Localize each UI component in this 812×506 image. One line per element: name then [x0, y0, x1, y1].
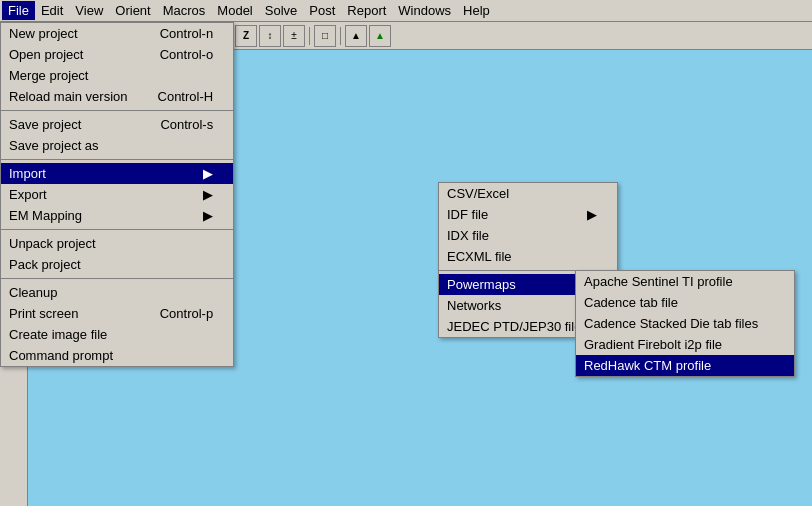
toolbar-btn-8[interactable]: ↕: [259, 25, 281, 47]
menu-merge-project[interactable]: Merge project: [1, 65, 233, 86]
menubar-help[interactable]: Help: [457, 1, 496, 20]
import-ecxml-file[interactable]: ECXML file: [439, 246, 617, 267]
menu-create-image[interactable]: Create image file: [1, 324, 233, 345]
menubar: File Edit View Orient Macros Model Solve…: [0, 0, 812, 22]
menubar-post[interactable]: Post: [303, 1, 341, 20]
powermaps-gradient-firebolt[interactable]: Gradient Firebolt i2p file: [576, 334, 794, 355]
menu-import[interactable]: Import ▶: [1, 163, 233, 184]
menu-command-prompt[interactable]: Command prompt: [1, 345, 233, 366]
menubar-macros[interactable]: Macros: [157, 1, 212, 20]
menu-reload-main[interactable]: Reload main version Control-H: [1, 86, 233, 107]
menu-open-project[interactable]: Open project Control-o: [1, 44, 233, 65]
menubar-view[interactable]: View: [69, 1, 109, 20]
menu-export[interactable]: Export ▶: [1, 184, 233, 205]
menu-save-project-as[interactable]: Save project as: [1, 135, 233, 156]
toolbar-btn-12[interactable]: ▲: [369, 25, 391, 47]
menu-save-project[interactable]: Save project Control-s: [1, 114, 233, 135]
menubar-report[interactable]: Report: [341, 1, 392, 20]
menubar-edit[interactable]: Edit: [35, 1, 69, 20]
toolbar-btn-z[interactable]: Z: [235, 25, 257, 47]
toolbar-separator-3: [309, 27, 310, 45]
import-csv-excel[interactable]: CSV/Excel: [439, 183, 617, 204]
menubar-model[interactable]: Model: [211, 1, 258, 20]
menu-sep-3: [1, 229, 233, 230]
toolbar-separator-4: [340, 27, 341, 45]
powermaps-submenu: Apache Sentinel TI profile Cadence tab f…: [575, 270, 795, 377]
powermaps-cadence-tab[interactable]: Cadence tab file: [576, 292, 794, 313]
import-idf-file[interactable]: IDF file ▶: [439, 204, 617, 225]
toolbar-btn-11[interactable]: ▲: [345, 25, 367, 47]
powermaps-redhawk-ctm[interactable]: RedHawk CTM profile: [576, 355, 794, 376]
file-menu: New project Control-n Open project Contr…: [0, 22, 234, 367]
menu-unpack-project[interactable]: Unpack project: [1, 233, 233, 254]
menu-pack-project[interactable]: Pack project: [1, 254, 233, 275]
menu-em-mapping[interactable]: EM Mapping ▶: [1, 205, 233, 226]
menubar-orient[interactable]: Orient: [109, 1, 156, 20]
menu-cleanup[interactable]: Cleanup: [1, 282, 233, 303]
menubar-file[interactable]: File: [2, 1, 35, 20]
menubar-solve[interactable]: Solve: [259, 1, 304, 20]
import-idx-file[interactable]: IDX file: [439, 225, 617, 246]
powermaps-cadence-stacked[interactable]: Cadence Stacked Die tab files: [576, 313, 794, 334]
menu-sep-1: [1, 110, 233, 111]
toolbar-btn-9[interactable]: ±: [283, 25, 305, 47]
menu-sep-2: [1, 159, 233, 160]
menu-print-screen[interactable]: Print screen Control-p: [1, 303, 233, 324]
menu-sep-4: [1, 278, 233, 279]
menubar-windows[interactable]: Windows: [392, 1, 457, 20]
powermaps-apache[interactable]: Apache Sentinel TI profile: [576, 271, 794, 292]
toolbar-btn-10[interactable]: □: [314, 25, 336, 47]
menu-new-project[interactable]: New project Control-n: [1, 23, 233, 44]
